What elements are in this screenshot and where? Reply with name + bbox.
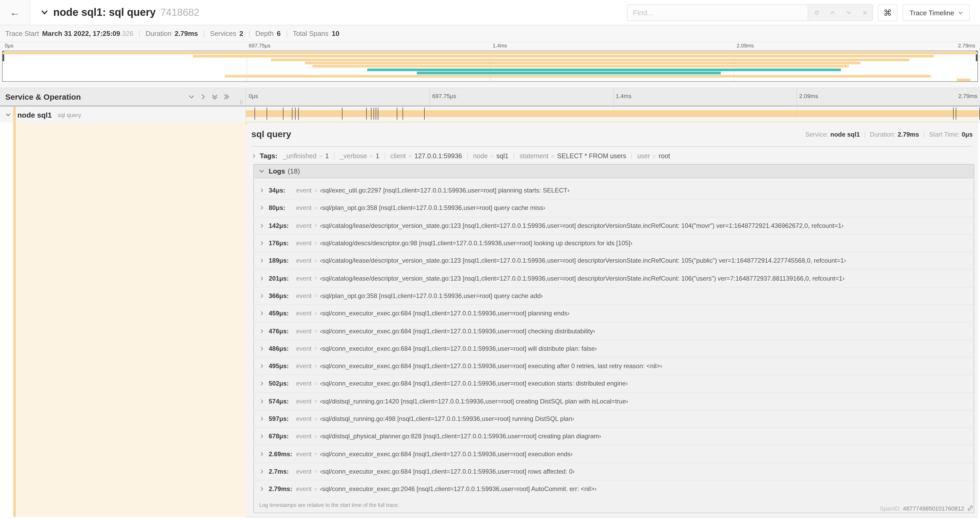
chevron-right-icon[interactable] [259,469,264,474]
log-entry[interactable]: 459μs: event = ‹sql/conn_executor_exec.g… [254,304,974,322]
tags-row[interactable]: Tags: _unfinished = 1 _verbose = 1 clien… [251,152,973,160]
log-field-key: event [296,310,312,317]
chevron-right-icon[interactable] [259,381,264,386]
logs-header[interactable]: Logs (18) [254,164,974,178]
trace-start: Trace Start March 31 2022, 17:25:09 .326 [5,30,134,37]
log-field-value: ‹sql/conn_executor_exec.go:684 [nsql1,cl… [320,327,595,335]
start-time-label: Start Time: [929,131,960,138]
log-field-key: event [296,240,312,247]
chevron-down-icon[interactable] [846,10,852,16]
equals-sign: = [370,153,373,159]
tag: node = sql1 [473,152,508,160]
link-icon[interactable] [967,505,974,512]
log-entry[interactable]: 176μs: event = ‹sql/catalog/descs/descri… [254,234,974,252]
equals-sign: = [490,153,494,159]
chevron-up-icon[interactable] [830,10,836,16]
chevron-right-icon[interactable] [259,293,264,299]
close-icon[interactable] [862,10,868,16]
log-entry[interactable]: 366μs: event = ‹sql/plan_opt.go:358 [nsq… [254,287,974,305]
log-timestamp: 34μs: [269,187,296,194]
service-value: node sql1 [830,131,860,138]
trace-minimap[interactable] [2,51,978,82]
total-spans-value: 10 [332,30,339,37]
collapse-one-icon[interactable] [188,93,195,100]
log-entry[interactable]: 2.69ms: event = ‹sql/conn_executor_exec.… [254,445,974,463]
span-track[interactable] [246,107,980,123]
log-entry[interactable]: 2.79ms: event = ‹sql/conn_executor_exec.… [254,480,974,498]
span-row[interactable]: node sql1 sql query [0,107,980,123]
chevron-right-icon[interactable] [259,416,264,422]
log-field-value: ‹sql/catalog/lease/descriptor_version_st… [320,222,843,229]
log-field-value: ‹sql/conn_executor_exec.go:2046 [nsql1,c… [320,485,597,493]
chevron-right-icon[interactable] [259,188,264,193]
ruler-tick-label: 2.79ms [958,93,977,99]
chevron-right-icon[interactable] [259,276,264,281]
find-input[interactable] [627,5,808,21]
back-button[interactable]: ← [0,0,30,25]
trace-id: 7418682 [161,6,199,18]
chevron-right-icon[interactable] [259,434,264,439]
chevron-right-icon[interactable] [259,486,264,492]
chevron-right-icon[interactable] [259,346,264,351]
divider [251,146,973,147]
chevron-right-icon[interactable] [259,206,264,211]
locate-icon[interactable] [813,10,819,16]
collapse-all-icon[interactable] [211,93,218,100]
chevron-right-icon[interactable] [259,451,264,457]
chevron-right-icon[interactable] [259,311,264,316]
expand-all-icon[interactable] [223,93,230,100]
minimap-span-bar [305,62,861,64]
log-entry[interactable]: 189μs: event = ‹sql/catalog/lease/descri… [254,252,974,269]
chevron-right-icon[interactable] [259,328,264,334]
column-resize-handle[interactable] [240,100,242,104]
expand-one-icon[interactable] [200,93,207,100]
log-entry[interactable]: 597μs: event = ‹sql/distsql_running.go:4… [254,410,974,428]
logs-title: Logs [269,167,285,175]
log-entry[interactable]: 2.7ms: event = ‹sql/conn_executor_exec.g… [254,463,974,480]
services-value: 2 [239,30,243,37]
chevron-down-icon[interactable] [5,112,11,118]
total-spans-label: Total Spans [293,30,329,37]
keyboard-shortcuts-button[interactable]: ⌘ [878,4,897,21]
log-entry[interactable]: 486μs: event = ‹sql/conn_executor_exec.g… [254,339,974,357]
log-event-tick [375,108,376,120]
divider [514,152,514,159]
log-field-key: event [296,222,312,229]
log-field-value: ‹sql/exec_util.go:2297 [nsql1,client=127… [320,187,569,194]
chevron-right-icon[interactable] [259,258,264,263]
chevron-right-icon[interactable] [259,363,264,369]
trace-collapse-toggle[interactable] [41,8,48,16]
log-timestamp: 495μs: [269,363,296,370]
detail-title: sql query [251,129,291,140]
span-duration-bar[interactable] [246,110,980,117]
span-name-cell[interactable]: node sql1 sql query [0,107,246,123]
log-entry[interactable]: 476μs: event = ‹sql/conn_executor_exec.g… [254,322,974,340]
log-entry[interactable]: 142μs: event = ‹sql/catalog/lease/descri… [254,217,974,234]
log-entry[interactable]: 201μs: event = ‹sql/catalog/lease/descri… [254,269,974,287]
log-timestamp: 476μs: [269,327,296,335]
equals-sign: = [314,258,317,264]
view-dropdown[interactable]: Trace Timeline [902,4,970,21]
axis-tick-label: 2.79ms [958,43,975,48]
log-entry[interactable]: 34μs: event = ‹sql/exec_util.go:2297 [ns… [254,182,974,199]
log-entry[interactable]: 80μs: event = ‹sql/plan_opt.go:358 [nsql… [254,199,974,217]
chevron-right-icon[interactable] [259,398,264,404]
log-event-tick [424,108,425,120]
grid-line [613,88,614,105]
log-entry[interactable]: 678μs: event = ‹sql/distsql_physical_pla… [254,427,974,445]
chevron-right-icon[interactable] [259,241,264,246]
chevron-right-icon[interactable] [251,153,256,158]
axis-tick-label: 1.4ms [493,43,507,48]
chevron-right-icon[interactable] [259,223,264,228]
chevron-down-icon [41,8,48,16]
log-entry[interactable]: 502μs: event = ‹sql/conn_executor_exec.g… [254,375,974,393]
log-entry[interactable]: 495μs: event = ‹sql/conn_executor_exec.g… [254,357,974,375]
log-entry[interactable]: 574μs: event = ‹sql/distsql_running.go:1… [254,392,974,410]
trace-depth: Depth 6 [255,30,280,37]
trace-summary-bar: Trace Start March 31 2022, 17:25:09 .326… [0,25,980,42]
duration-value: 2.79ms [897,131,919,138]
log-field-key: event [296,433,312,440]
equals-sign: = [314,275,317,281]
divider [286,30,287,37]
span-id-value: 4877749850101760812 [903,505,964,511]
